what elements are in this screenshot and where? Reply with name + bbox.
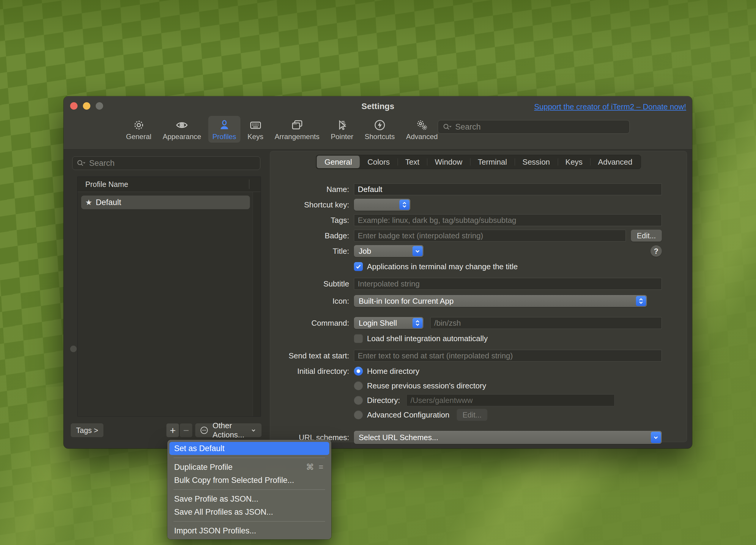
icon-label: Icon:	[270, 297, 354, 306]
command-label: Command:	[270, 319, 354, 328]
command-popup[interactable]: Login Shell	[354, 317, 423, 329]
profile-list: ★ Default	[78, 192, 261, 416]
chevron-down-icon	[250, 426, 257, 434]
tags-button[interactable]: Tags >	[71, 423, 103, 437]
menu-item-save-profile-json[interactable]: Save Profile as JSON...	[169, 492, 329, 505]
custom-directory-label: Directory:	[367, 396, 400, 405]
donate-link[interactable]: Support the creator of iTerm2 – Donate n…	[534, 102, 686, 111]
custom-directory-field[interactable]: /Users/galentwww	[407, 394, 615, 406]
shell-integration-checkbox[interactable]	[354, 334, 363, 343]
profile-row-default[interactable]: ★ Default	[81, 196, 250, 209]
badge-label: Badge:	[270, 231, 354, 240]
remove-profile-button[interactable]: −	[180, 423, 192, 437]
title-checkbox-row: Applications in terminal may change the …	[270, 261, 666, 273]
tab-colors[interactable]: Colors	[360, 156, 397, 168]
toolbar-item-appearance[interactable]: Appearance	[158, 116, 205, 143]
menu-separator	[174, 489, 325, 490]
subtitle-row: Subtitle Interpolated string	[270, 278, 666, 290]
toolbar: General Appearance Profiles Keys	[64, 115, 692, 149]
toolbar-item-profiles[interactable]: Profiles	[208, 116, 240, 143]
url-schemes-popup[interactable]: Select URL Schemes...	[354, 431, 662, 444]
tab-session[interactable]: Session	[515, 156, 558, 168]
column-divider[interactable]	[249, 179, 249, 189]
tags-row: Tags: Example: linux, dark bg, tag/subta…	[270, 214, 666, 226]
tab-window[interactable]: Window	[427, 156, 470, 168]
advanced-edit-button[interactable]: Edit...	[457, 409, 488, 421]
send-text-field[interactable]: Enter text to send at start (interpolate…	[354, 350, 662, 362]
tab-general[interactable]: General	[317, 156, 360, 168]
profile-name: Default	[96, 198, 121, 207]
person-icon	[218, 118, 231, 132]
shell-integration-row: Load shell integration automatically	[270, 333, 666, 344]
badge-field[interactable]: Enter badge text (interpolated string)	[354, 230, 626, 242]
name-field[interactable]: Default	[354, 183, 662, 195]
advanced-configuration-radio[interactable]	[354, 410, 363, 419]
windows-icon	[290, 118, 304, 132]
cursor-icon	[335, 118, 349, 132]
icon-popup[interactable]: Built-in Icon for Current App	[354, 295, 647, 307]
command-row: Command: Login Shell /bin/zsh	[270, 317, 666, 329]
command-field[interactable]: /bin/zsh	[430, 317, 662, 329]
initial-directory-label: Initial directory:	[270, 365, 354, 376]
shortcut-key-row: Shortcut key:	[270, 199, 666, 211]
tab-keys[interactable]: Keys	[558, 156, 590, 168]
chevron-down-icon	[412, 246, 423, 256]
badge-edit-button[interactable]: Edit...	[631, 230, 662, 242]
window-content: Search Profile Name ★ Default Tags >	[64, 149, 692, 448]
menu-separator	[174, 458, 325, 458]
search-placeholder: Search	[455, 122, 481, 132]
title-change-checkbox[interactable]	[354, 262, 363, 271]
toolbar-item-general[interactable]: General	[122, 116, 155, 143]
menu-item-save-all-profiles-json[interactable]: Save All Profiles as JSON...	[169, 505, 329, 519]
settings-window: Settings Support the creator of iTerm2 –…	[64, 96, 692, 448]
home-directory-label: Home directory	[367, 367, 419, 376]
toolbar-item-pointer[interactable]: Pointer	[327, 116, 357, 143]
toolbar-item-label: Keys	[248, 133, 263, 141]
title-popup[interactable]: Job	[354, 245, 423, 257]
profiles-search-input[interactable]: Search	[72, 156, 260, 170]
keyboard-icon	[249, 118, 262, 132]
toolbar-item-advanced[interactable]: Advanced	[402, 116, 442, 143]
help-button[interactable]: ?	[651, 245, 662, 257]
menu-item-duplicate-profile[interactable]: Duplicate Profile ⌘ =	[169, 461, 329, 474]
tags-field[interactable]: Example: linux, dark bg, tag/subtag/subs…	[354, 214, 662, 226]
reuse-directory-radio[interactable]	[354, 381, 363, 390]
shell-integration-checkbox-label: Load shell integration automatically	[367, 334, 488, 343]
toolbar-item-shortcuts[interactable]: Shortcuts	[360, 116, 399, 143]
menu-item-import-json-profiles[interactable]: Import JSON Profiles...	[169, 524, 329, 537]
scrollbar-gutter[interactable]	[253, 192, 261, 416]
toolbar-item-keys[interactable]: Keys	[243, 116, 267, 143]
updown-chevron-icon	[412, 318, 423, 328]
toolbar-item-label: Profiles	[212, 133, 236, 141]
profile-tabs: General Colors Text Window Terminal Sess…	[316, 155, 641, 169]
window-edge-handle[interactable]	[70, 346, 77, 352]
other-actions-label: Other Actions...	[212, 421, 250, 440]
radio-row-home: Home directory	[354, 365, 662, 377]
custom-directory-radio[interactable]	[354, 396, 363, 405]
menu-item-bulk-copy[interactable]: Bulk Copy from Selected Profile...	[169, 474, 329, 487]
other-actions-button[interactable]: Other Actions...	[195, 423, 262, 437]
profile-settings-pane: General Colors Text Window Terminal Sess…	[270, 151, 687, 442]
shortcut-key-popup[interactable]	[354, 199, 410, 211]
search-icon	[76, 159, 86, 168]
search-placeholder: Search	[89, 159, 115, 168]
tab-text[interactable]: Text	[398, 156, 427, 168]
home-directory-radio[interactable]	[354, 367, 363, 376]
tab-advanced[interactable]: Advanced	[590, 156, 640, 168]
menu-item-set-as-default[interactable]: Set as Default	[169, 442, 329, 455]
name-label: Name:	[270, 185, 354, 194]
send-text-row: Send text at start: Enter text to send a…	[270, 350, 666, 362]
bolt-circle-icon	[373, 118, 387, 132]
toolbar-search-input[interactable]: Search	[438, 120, 630, 134]
menu-separator	[174, 521, 325, 522]
tab-terminal[interactable]: Terminal	[470, 156, 515, 168]
search-icon	[442, 122, 452, 131]
profiles-sidebar: Search Profile Name ★ Default Tags >	[64, 149, 270, 448]
add-profile-button[interactable]: +	[166, 423, 179, 437]
radio-row-advanced: Advanced Configuration Edit...	[354, 409, 662, 421]
toolbar-item-arrangements[interactable]: Arrangements	[270, 116, 324, 143]
profile-table-header[interactable]: Profile Name	[78, 177, 261, 192]
column-header-profile-name: Profile Name	[85, 180, 128, 189]
eye-icon	[175, 118, 189, 132]
subtitle-field[interactable]: Interpolated string	[354, 278, 662, 290]
